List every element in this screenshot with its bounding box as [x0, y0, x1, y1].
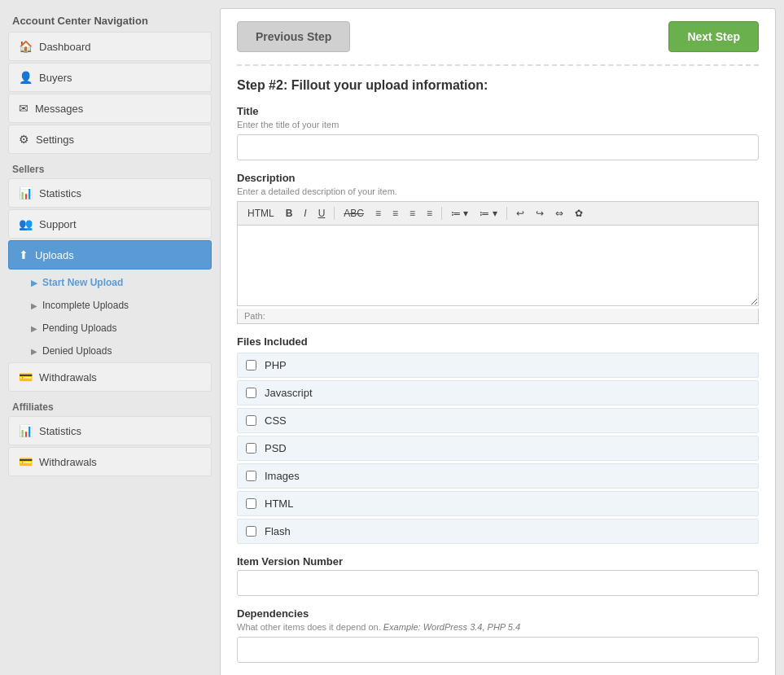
dependencies-hint: What other items does it depend on. Exam… [237, 622, 759, 632]
file-checkbox-flash[interactable] [246, 526, 256, 537]
toolbar-align-center[interactable]: ≡ [388, 205, 403, 221]
sidebar-item-affiliates-withdrawals[interactable]: 💳 Withdrawals [8, 447, 212, 476]
sidebar-item-denied-uploads[interactable]: ▶ Denied Uploads [8, 340, 212, 362]
file-item-flash: Flash [237, 519, 759, 544]
editor-path: Path: [237, 309, 759, 324]
messages-icon: ✉ [19, 102, 28, 115]
aff-statistics-icon: 📊 [19, 424, 33, 437]
sidebar-item-settings[interactable]: ⚙ Settings [8, 125, 212, 154]
sidebar-item-dashboard[interactable]: 🏠 Dashboard [8, 32, 212, 61]
sep1 [334, 207, 335, 220]
dependencies-field-group: Dependencies What other items does it de… [237, 607, 759, 663]
toolbar-align-justify[interactable]: ≡ [422, 205, 437, 221]
sidebar-title: Account Center Navigation [8, 8, 212, 32]
editor-toolbar: HTML B I U ABC ≡ ≡ ≡ ≡ ≔ ▾ ≔ ▾ ↩ ↪ ⇔ ✿ [237, 201, 759, 225]
affiliates-section-title: Affiliates [8, 393, 212, 416]
toolbar-undo[interactable]: ↩ [511, 205, 529, 221]
title-field-group: Title Enter the title of your item [237, 105, 759, 160]
sep2 [441, 207, 442, 220]
sidebar-item-start-new-upload[interactable]: ▶ Start New Upload [8, 271, 212, 294]
toolbar-align-left[interactable]: ≡ [370, 205, 386, 221]
title-label: Title [237, 105, 759, 117]
account-nav: 🏠 Dashboard 👤 Buyers ✉ Messages ⚙ Settin… [8, 32, 212, 154]
file-checkbox-javascript[interactable] [246, 388, 256, 398]
sidebar-item-incomplete-uploads[interactable]: ▶ Incomplete Uploads [8, 294, 212, 317]
file-item-css: CSS [237, 408, 759, 433]
sellers-section-title: Sellers [8, 156, 212, 178]
toolbar-html[interactable]: HTML [243, 205, 279, 221]
file-checkbox-php[interactable] [246, 360, 256, 370]
title-hint: Enter the title of your item [237, 120, 759, 129]
file-checkbox-html[interactable] [246, 498, 256, 509]
title-input[interactable] [237, 134, 759, 160]
files-title: Files Included [237, 335, 759, 348]
file-checkbox-psd[interactable] [246, 443, 256, 454]
main-content: Previous Step Next Step Step #2: Fillout… [220, 8, 776, 675]
settings-icon: ⚙ [19, 133, 29, 146]
sidebar-item-affiliates-statistics[interactable]: 📊 Statistics [8, 416, 212, 445]
sidebar-item-buyers[interactable]: 👤 Buyers [8, 63, 212, 92]
dependencies-label: Dependencies [237, 607, 759, 620]
buyers-icon: 👤 [19, 71, 33, 84]
chevron-icon: ▶ [31, 301, 37, 310]
version-label: Item Version Number [237, 555, 759, 568]
file-checkbox-images[interactable] [246, 471, 256, 481]
sidebar-item-withdrawals[interactable]: 💳 Withdrawals [8, 362, 212, 392]
toolbar-redo[interactable]: ↪ [531, 205, 549, 221]
file-item-images: Images [237, 463, 759, 489]
description-label: Description [237, 172, 759, 184]
sellers-nav: 📊 Statistics 👥 Support ⬆ Uploads ▶ Start… [8, 178, 212, 392]
sidebar-item-pending-uploads[interactable]: ▶ Pending Uploads [8, 317, 212, 340]
file-checkbox-css[interactable] [246, 415, 256, 426]
aff-withdrawals-icon: 💳 [19, 455, 33, 468]
dependencies-input[interactable] [237, 637, 759, 663]
sidebar-item-messages[interactable]: ✉ Messages [8, 94, 212, 123]
sidebar-item-uploads[interactable]: ⬆ Uploads [8, 240, 212, 270]
description-field-group: Description Enter a detailed description… [237, 172, 759, 324]
description-textarea[interactable] [237, 225, 759, 306]
step-title: Step #2: Fillout your upload information… [237, 78, 759, 93]
description-hint: Enter a detailed description of your ite… [237, 186, 759, 196]
toolbar-italic[interactable]: I [299, 205, 311, 221]
affiliates-nav: 📊 Statistics 💳 Withdrawals [8, 416, 212, 476]
withdrawals-icon: 💳 [19, 370, 33, 384]
dashboard-icon: 🏠 [19, 40, 33, 53]
file-item-html: HTML [237, 491, 759, 516]
version-field-group: Item Version Number [237, 555, 759, 596]
chevron-icon: ▶ [31, 347, 37, 356]
toolbar-link[interactable]: ⇔ [550, 205, 568, 221]
sidebar-item-statistics[interactable]: 📊 Statistics [8, 178, 212, 208]
sidebar: Account Center Navigation 🏠 Dashboard 👤 … [8, 8, 212, 675]
uploads-icon: ⬆ [19, 248, 28, 261]
file-item-psd: PSD [237, 436, 759, 461]
version-input[interactable] [237, 570, 759, 596]
toolbar-list-ordered[interactable]: ≔ ▾ [475, 205, 501, 221]
toolbar-strikethrough[interactable]: ABC [339, 205, 369, 221]
file-item-javascript: Javascript [237, 380, 759, 405]
chevron-icon: ▶ [31, 278, 37, 287]
toolbar-bold[interactable]: B [281, 205, 298, 221]
sep3 [506, 207, 507, 220]
files-included-group: Files Included PHP Javascript CSS PSD Im… [237, 335, 759, 544]
prev-step-button[interactable]: Previous Step [237, 21, 350, 52]
toolbar-special[interactable]: ✿ [570, 205, 588, 221]
next-step-button[interactable]: Next Step [668, 21, 759, 52]
toolbar-align-right[interactable]: ≡ [405, 205, 420, 221]
chevron-icon: ▶ [31, 324, 37, 333]
step-nav-row: Previous Step Next Step [237, 21, 759, 66]
toolbar-underline[interactable]: U [313, 205, 331, 221]
support-icon: 👥 [19, 217, 33, 230]
statistics-icon: 📊 [19, 186, 33, 199]
sidebar-item-support[interactable]: 👥 Support [8, 209, 212, 239]
file-item-php: PHP [237, 353, 759, 378]
toolbar-list-unordered[interactable]: ≔ ▾ [446, 205, 473, 221]
